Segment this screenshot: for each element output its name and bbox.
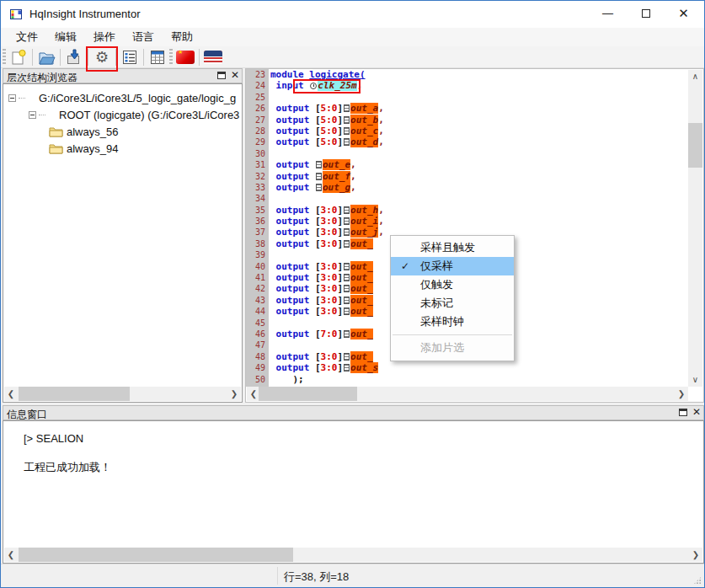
- language-english-button[interactable]: [203, 47, 223, 67]
- folder-icon: [49, 142, 63, 154]
- code-text: output [7:0]out_: [269, 329, 373, 339]
- scrollbar-thumb[interactable]: [259, 387, 357, 401]
- minimize-button[interactable]: —: [589, 1, 627, 27]
- scroll-left-arrow[interactable]: ❮: [4, 387, 18, 401]
- code-line-34[interactable]: 34: [246, 193, 688, 204]
- code-text: output [3:0]out_: [269, 306, 373, 317]
- code-line-27[interactable]: 27 output [5:0]out_b,: [246, 115, 688, 126]
- close-panel-icon[interactable]: ✕: [231, 72, 239, 79]
- tree-node-4[interactable]: always_94: [3, 140, 242, 157]
- line-number: 49: [246, 362, 269, 373]
- context-menu-item-3[interactable]: 仅触发: [391, 275, 514, 294]
- info-log-text: [> SEALION 工程已成功加载！: [24, 431, 111, 474]
- menubar-item-3[interactable]: 操作: [85, 28, 124, 46]
- line-number: 33: [246, 182, 269, 193]
- code-text: output [5:0]out_c,: [269, 126, 384, 136]
- settings-button[interactable]: ⚙: [92, 47, 112, 67]
- import-down-arrow-icon: [65, 48, 83, 67]
- code-line-24[interactable]: 24 input clk_25m,: [246, 80, 688, 91]
- scrollbar-thumb[interactable]: [688, 123, 702, 168]
- code-line-36[interactable]: 36 output [3:0]out_i,: [246, 216, 688, 227]
- line-number: 50: [246, 374, 269, 385]
- code-text: input clk_25m,: [269, 80, 362, 91]
- signal-list-button[interactable]: [120, 47, 140, 67]
- code-text: output [3:0]out_: [269, 351, 373, 362]
- language-chinese-button[interactable]: [175, 47, 195, 67]
- tree-horizontal-scrollbar[interactable]: ❮ ❯: [4, 387, 241, 401]
- toolbar-grip[interactable]: [3, 49, 6, 66]
- signal-table-button[interactable]: [147, 47, 168, 67]
- code-line-28[interactable]: 28 output [5:0]out_c,: [246, 126, 688, 136]
- info-horizontal-scrollbar[interactable]: ❮ ❯: [4, 548, 702, 562]
- resize-grip[interactable]: [693, 576, 702, 585]
- new-file-button[interactable]: [8, 47, 29, 67]
- code-line-32[interactable]: 32 output out_f,: [246, 171, 688, 182]
- info-panel: 信息窗口 ✕ [> SEALION 工程已成功加载！ ❮ ❯: [3, 405, 704, 564]
- code-line-30[interactable]: 30: [246, 148, 688, 159]
- code-line-23[interactable]: 23module logicgate(: [246, 69, 688, 80]
- import-button[interactable]: [64, 47, 84, 67]
- context-menu-item-1[interactable]: 采样且触发: [391, 238, 514, 257]
- scroll-right-arrow[interactable]: ❯: [689, 548, 702, 562]
- line-number: 31: [246, 159, 269, 170]
- maximize-button[interactable]: [627, 1, 665, 27]
- toolbar-separator: [143, 49, 144, 66]
- tree-node-1[interactable]: G:/iCore3L/iCore3L/5_logic_gate/logic_g: [3, 89, 242, 106]
- line-number: 36: [246, 216, 269, 227]
- sampled-signal-marker-icon: [316, 184, 322, 191]
- float-panel-icon[interactable]: [217, 72, 226, 79]
- code-line-26[interactable]: 26 output [5:0]out_a,: [246, 103, 688, 114]
- line-number: 46: [246, 329, 269, 339]
- tree-collapse-icon[interactable]: [8, 94, 16, 102]
- menubar-item-1[interactable]: 文件: [8, 28, 46, 46]
- code-line-49[interactable]: 49 output [3:0]out_s: [246, 362, 688, 373]
- editor-horizontal-scrollbar[interactable]: ❮ ❯: [247, 387, 688, 401]
- context-menu-item-2[interactable]: ✓仅采样: [391, 257, 514, 275]
- scroll-up-arrow[interactable]: ∧: [688, 70, 702, 83]
- menubar-item-4[interactable]: 语言: [124, 28, 163, 46]
- line-number: 39: [246, 249, 269, 260]
- code-text: module logicgate(: [269, 69, 366, 80]
- code-line-29[interactable]: 29 output [5:0]out_d,: [246, 136, 688, 147]
- scrollbar-thumb[interactable]: [19, 387, 130, 401]
- code-line-31[interactable]: 31 output out_e,: [246, 159, 688, 170]
- context-menu-item-4[interactable]: 未标记: [391, 294, 514, 313]
- scrollbar-thumb[interactable]: [19, 548, 293, 562]
- menubar-item-2[interactable]: 编辑: [46, 28, 85, 46]
- toolbar-grip[interactable]: [169, 49, 173, 66]
- code-line-50[interactable]: 50 );: [246, 374, 688, 385]
- sampled-signal-marker-icon: [344, 116, 350, 124]
- context-menu-label: 仅触发: [420, 278, 453, 291]
- tree-node-2[interactable]: ROOT (logicgate) (G:/iCore3L/iCore3: [3, 106, 242, 123]
- float-panel-icon[interactable]: [679, 409, 687, 416]
- line-number: 45: [246, 318, 269, 329]
- scroll-right-arrow[interactable]: ❯: [227, 387, 241, 401]
- window-title: HqInsight Instrumentor: [29, 8, 141, 20]
- code-line-33[interactable]: 33 output out_g,: [246, 182, 688, 193]
- sampled-signal-marker-icon: [344, 217, 350, 225]
- tree-node-3[interactable]: always_56: [3, 123, 242, 140]
- scroll-right-arrow[interactable]: ❯: [675, 387, 688, 401]
- sampled-signal-marker-icon: [316, 173, 322, 180]
- editor-vertical-scrollbar[interactable]: ∧ ∨: [688, 70, 702, 387]
- code-line-35[interactable]: 35 output [3:0]out_h,: [246, 205, 688, 216]
- open-project-button[interactable]: [36, 47, 56, 67]
- sampled-signal-marker-icon: [344, 138, 350, 146]
- info-log[interactable]: [> SEALION 工程已成功加载！ ❮ ❯: [3, 420, 704, 564]
- hierarchy-tree: G:/iCore3L/iCore3L/5_logic_gate/logic_gR…: [3, 83, 243, 403]
- context-menu-item-5[interactable]: 采样时钟: [391, 313, 514, 331]
- tree-collapse-icon[interactable]: [29, 111, 36, 119]
- toolbar-separator: [115, 49, 116, 66]
- close-button[interactable]: ✕: [665, 1, 702, 27]
- code-line-25[interactable]: 25: [246, 92, 688, 103]
- code-text: output [3:0]out_: [269, 272, 373, 283]
- code-text: output [3:0]out_j,: [269, 227, 384, 238]
- code-text: [269, 193, 270, 204]
- context-menu-separator: [393, 334, 512, 335]
- line-number: 42: [246, 283, 269, 294]
- menubar-item-5[interactable]: 帮助: [163, 28, 201, 46]
- scroll-down-arrow[interactable]: ∨: [688, 373, 702, 387]
- close-panel-icon[interactable]: ✕: [692, 409, 701, 416]
- scroll-left-arrow[interactable]: ❮: [4, 548, 18, 562]
- table-view-icon: [148, 48, 167, 67]
